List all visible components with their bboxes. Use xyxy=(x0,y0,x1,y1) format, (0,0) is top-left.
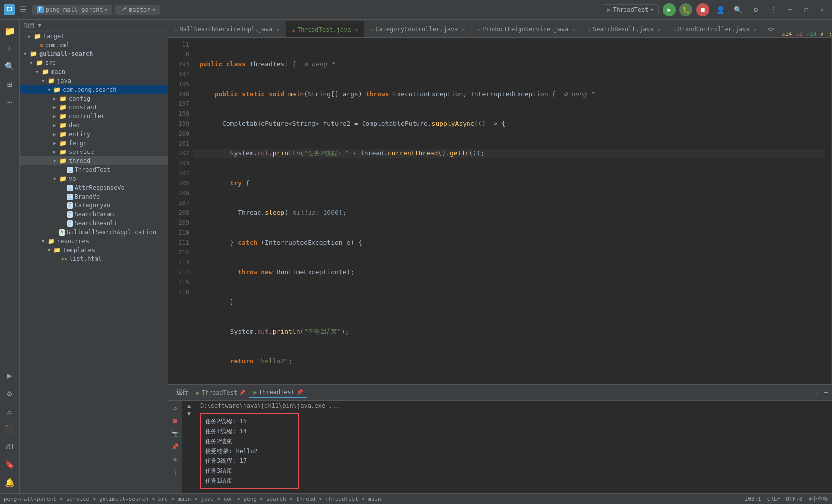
tree-label: CategoryVo xyxy=(75,202,110,209)
panel-tab-threadtest1[interactable]: ▶ ThreadTest 📌 xyxy=(192,388,249,397)
run-config-label: ThreadTest xyxy=(613,6,648,13)
sidebar-problems-icon[interactable]: ⚠ xyxy=(1,402,19,420)
panel-close-icon[interactable]: ─ xyxy=(824,389,828,396)
tree-item-listhtml[interactable]: <> list.html xyxy=(20,254,168,263)
stop-button[interactable]: ■ xyxy=(696,3,709,16)
sidebar-project-icon[interactable]: 📁 xyxy=(1,22,19,40)
java-class-icon: C xyxy=(67,202,73,209)
folder-icon: 📁 xyxy=(42,68,49,75)
debug-button[interactable]: 🐛 xyxy=(679,3,692,16)
minimize-button[interactable]: ─ xyxy=(784,4,796,16)
file-tree: 项目 ▼ ▶ 📁 target m pom.xml ▼ 📁 gulimall-s… xyxy=(20,20,168,493)
folder-icon: 📁 xyxy=(59,113,67,120)
tree-item-gulimall-search[interactable]: ▼ 📁 gulimall-search xyxy=(20,50,168,58)
sidebar-git-icon[interactable]: ⛙ xyxy=(1,438,19,455)
sidebar-notifications-icon[interactable]: 🔔 xyxy=(1,473,19,491)
code-line-193: CompletableFuture<String> future2 = Comp… xyxy=(193,119,825,129)
sidebar-run-icon[interactable]: ▶ xyxy=(1,366,19,384)
settings-button[interactable]: ⚙ xyxy=(749,3,763,17)
pin-output-button[interactable]: 📌 xyxy=(170,441,181,452)
folder-icon: 📁 xyxy=(59,149,67,155)
more-panel-button[interactable]: ⋮ xyxy=(170,467,181,478)
scroll-up-button[interactable]: ▲ xyxy=(187,403,191,409)
panel-tab-threadtest2[interactable]: ▶ ThreadTest 📌 xyxy=(249,388,306,398)
tree-item-entity[interactable]: ▶ 📁 entity xyxy=(20,130,168,139)
sidebar-services-icon[interactable]: ⚙ xyxy=(1,384,19,402)
sidebar-commit-icon[interactable]: ⑃ xyxy=(1,40,19,57)
tree-item-feign[interactable]: ▶ 📁 feign xyxy=(20,139,168,148)
console-line-5: 任务3线程: 17 xyxy=(205,456,294,466)
tab-close-icon[interactable]: ✕ xyxy=(754,27,757,32)
java-file-icon: ☕ xyxy=(370,26,374,33)
tree-item-thread[interactable]: ▼ 📁 thread xyxy=(20,156,168,165)
screenshot-button[interactable]: 📷 xyxy=(170,428,181,439)
filter-button[interactable]: ⚙ xyxy=(170,454,181,465)
sidebar-more-icon[interactable]: ⋯ xyxy=(1,93,19,111)
console-output: D:\software\java\jdk11\bin\java.exe ... … xyxy=(196,401,832,493)
tree-item-controller[interactable]: ▶ 📁 controller xyxy=(20,112,168,121)
tree-item-pom[interactable]: m pom.xml xyxy=(20,41,168,50)
panel-settings-icon[interactable]: ⋮ xyxy=(814,389,820,396)
tree-item-target[interactable]: ▶ 📁 target xyxy=(20,32,168,41)
tree-item-attrvo[interactable]: C AttrResponseVo xyxy=(20,183,168,192)
stop-run-button[interactable]: ■ xyxy=(170,415,181,426)
threadtest-run-config[interactable]: ▶ ThreadTest ▼ xyxy=(602,4,659,15)
console-line-1: 任务2线程: 15 xyxy=(205,416,294,426)
profile-button[interactable]: 👤 xyxy=(713,3,727,17)
tab-label: ProductFeignService.java xyxy=(482,26,568,33)
tab-brandcontroller[interactable]: ☕ BrandController.java ✕ xyxy=(667,21,763,37)
search-everywhere-button[interactable]: 🔍 xyxy=(731,3,745,17)
run-button[interactable]: ▶ xyxy=(663,3,676,16)
tree-item-src[interactable]: ▼ 📁 src xyxy=(20,58,168,67)
restart-button[interactable]: ↺ xyxy=(170,403,181,413)
tree-label: controller xyxy=(69,113,104,120)
tree-item-templates[interactable]: ▼ 📁 templates xyxy=(20,246,168,254)
tree-item-resources[interactable]: ▼ 📁 resources xyxy=(20,237,168,246)
sidebar-terminal-icon[interactable]: ⬛ xyxy=(1,420,19,438)
tree-item-com-peng-search[interactable]: ▼ 📁 com.peng.search xyxy=(20,85,168,94)
maximize-button[interactable]: □ xyxy=(800,4,812,16)
hamburger-icon[interactable]: ☰ xyxy=(18,3,29,16)
console-output-box: 任务2线程: 15 任务1线程: 14 任务2结束 接受结果: hello2 任… xyxy=(200,413,299,489)
tree-item-java[interactable]: ▼ 📁 java xyxy=(20,76,168,85)
tree-item-brandvo[interactable]: C BrandVo xyxy=(20,192,168,201)
tab-close-icon[interactable]: ✕ xyxy=(355,27,358,33)
tree-item-vo[interactable]: ▼ 📁 vo xyxy=(20,174,168,183)
code-line-200: System.out.println("任务2结束"); xyxy=(193,327,825,337)
tree-item-dao[interactable]: ▶ 📁 dao xyxy=(20,121,168,130)
tree-item-app[interactable]: A GulimallSearchApplication xyxy=(20,228,168,237)
project-selector[interactable]: P peng-mall-parent ▼ xyxy=(32,5,112,15)
scroll-down-button[interactable]: ▼ xyxy=(187,410,191,417)
sidebar-structure-icon[interactable]: ⊞ xyxy=(1,75,19,93)
tree-header[interactable]: 项目 ▼ xyxy=(20,20,168,32)
tree-item-config[interactable]: ▶ 📁 config xyxy=(20,94,168,103)
tab-threadtest[interactable]: ☕ ThreadTest.java ✕ xyxy=(286,21,364,37)
sidebar-bookmarks-icon[interactable]: 🔖 xyxy=(1,455,19,473)
tab-recent[interactable]: <> xyxy=(763,21,778,37)
tab-productfeign[interactable]: ☕ ProductFeignService.java ✕ xyxy=(471,21,581,37)
tree-item-threadtest[interactable]: C ThreadTest xyxy=(20,165,168,174)
breadcrumb-toggle[interactable]: ∧ xyxy=(821,31,824,37)
tab-close-icon[interactable]: ✕ xyxy=(572,27,575,32)
tab-close-icon[interactable]: ✕ xyxy=(276,27,279,32)
tree-item-service[interactable]: ▶ 📁 service xyxy=(20,148,168,156)
branch-selector[interactable]: ⎇ master ▼ xyxy=(115,5,160,15)
tab-close-icon[interactable]: ✕ xyxy=(658,27,661,32)
check-count-green: ✓14 xyxy=(807,31,817,37)
tab-label: ThreadTest.java xyxy=(297,26,351,33)
folder-icon: 📁 xyxy=(59,95,67,102)
tree-item-constant[interactable]: ▶ 📁 constant xyxy=(20,103,168,112)
tree-item-categoryvo[interactable]: C CategoryVo xyxy=(20,201,168,210)
tree-item-searchparam[interactable]: C SearchParam xyxy=(20,210,168,219)
tree-item-main[interactable]: ▼ 📁 main xyxy=(20,67,168,76)
more-tabs-button[interactable]: ⋮ xyxy=(828,31,832,37)
tab-searchresult[interactable]: ☕ SearchResult.java ✕ xyxy=(581,21,667,37)
tree-item-searchresult[interactable]: C SearchResult xyxy=(20,219,168,228)
sidebar-find-icon[interactable]: 🔍 xyxy=(1,57,19,75)
tab-close-icon[interactable]: ✕ xyxy=(462,27,465,32)
tab-categorycontroller[interactable]: ☕ CategoryController.java ✕ xyxy=(364,21,471,37)
close-button[interactable]: ✕ xyxy=(816,4,828,16)
code-editor[interactable]: public class ThreadTest { ⚙ peng * publi… xyxy=(193,38,825,384)
more-actions-button[interactable]: ⋮ xyxy=(767,3,780,17)
tab-mallsearch[interactable]: ☕ MallSearchServiceImpl.java ✕ xyxy=(168,21,286,37)
